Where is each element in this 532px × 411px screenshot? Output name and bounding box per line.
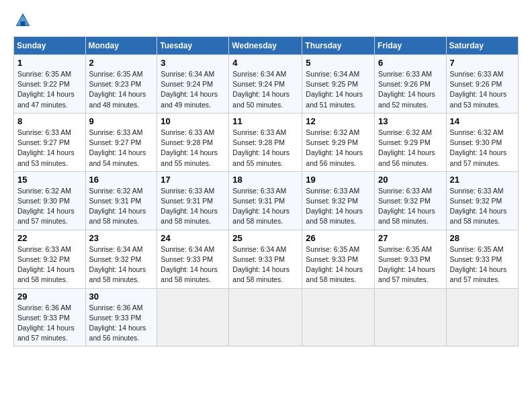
day-number: 25 bbox=[232, 233, 298, 243]
calendar-cell: 2Sunrise: 6:35 AMSunset: 9:23 PMDaylight… bbox=[85, 55, 157, 113]
day-info: Sunrise: 6:36 AMSunset: 9:33 PMDaylight:… bbox=[17, 303, 82, 344]
calendar-cell: 4Sunrise: 6:34 AMSunset: 9:24 PMDaylight… bbox=[229, 55, 302, 113]
calendar-cell: 6Sunrise: 6:33 AMSunset: 9:26 PMDaylight… bbox=[375, 55, 447, 113]
day-number: 3 bbox=[161, 58, 225, 68]
calendar-cell: 18Sunrise: 6:33 AMSunset: 9:31 PMDayligh… bbox=[229, 171, 302, 230]
calendar-cell bbox=[229, 288, 302, 347]
calendar-cell: 1Sunrise: 6:35 AMSunset: 9:22 PMDaylight… bbox=[14, 55, 86, 113]
day-number: 29 bbox=[17, 291, 82, 302]
calendar-cell: 3Sunrise: 6:34 AMSunset: 9:24 PMDaylight… bbox=[157, 55, 229, 113]
day-info: Sunrise: 6:33 AMSunset: 9:27 PMDaylight:… bbox=[89, 128, 154, 169]
day-info: Sunrise: 6:32 AMSunset: 9:30 PMDaylight:… bbox=[17, 186, 82, 227]
day-info: Sunrise: 6:32 AMSunset: 9:29 PMDaylight:… bbox=[306, 128, 371, 169]
calendar-cell: 19Sunrise: 6:33 AMSunset: 9:32 PMDayligh… bbox=[302, 171, 375, 230]
day-number: 6 bbox=[378, 58, 443, 68]
day-number: 7 bbox=[450, 58, 515, 68]
day-info: Sunrise: 6:33 AMSunset: 9:31 PMDaylight:… bbox=[161, 186, 225, 227]
day-number: 13 bbox=[378, 116, 443, 126]
day-info: Sunrise: 6:35 AMSunset: 9:33 PMDaylight:… bbox=[306, 244, 371, 285]
calendar-cell: 25Sunrise: 6:34 AMSunset: 9:33 PMDayligh… bbox=[229, 230, 302, 288]
calendar-cell: 10Sunrise: 6:33 AMSunset: 9:28 PMDayligh… bbox=[157, 113, 229, 171]
day-info: Sunrise: 6:33 AMSunset: 9:27 PMDaylight:… bbox=[17, 128, 82, 169]
day-number: 12 bbox=[306, 116, 371, 126]
calendar-table: SundayMondayTuesdayWednesdayThursdayFrid… bbox=[13, 36, 519, 347]
day-number: 2 bbox=[89, 58, 154, 68]
day-number: 4 bbox=[232, 58, 298, 68]
day-info: Sunrise: 6:33 AMSunset: 9:28 PMDaylight:… bbox=[232, 128, 298, 169]
calendar-cell: 21Sunrise: 6:33 AMSunset: 9:32 PMDayligh… bbox=[446, 171, 518, 230]
day-info: Sunrise: 6:32 AMSunset: 9:31 PMDaylight:… bbox=[89, 186, 154, 227]
day-info: Sunrise: 6:32 AMSunset: 9:29 PMDaylight:… bbox=[378, 128, 443, 169]
week-row-4: 22Sunrise: 6:33 AMSunset: 9:32 PMDayligh… bbox=[14, 230, 519, 288]
day-number: 8 bbox=[17, 116, 82, 126]
weekday-header-monday: Monday bbox=[85, 37, 157, 55]
calendar-cell: 15Sunrise: 6:32 AMSunset: 9:30 PMDayligh… bbox=[14, 171, 86, 230]
day-number: 30 bbox=[89, 291, 154, 302]
day-info: Sunrise: 6:34 AMSunset: 9:33 PMDaylight:… bbox=[161, 244, 225, 285]
calendar-cell: 27Sunrise: 6:35 AMSunset: 9:33 PMDayligh… bbox=[375, 230, 447, 288]
logo bbox=[13, 11, 35, 30]
day-info: Sunrise: 6:34 AMSunset: 9:33 PMDaylight:… bbox=[232, 244, 298, 285]
week-row-1: 1Sunrise: 6:35 AMSunset: 9:22 PMDaylight… bbox=[14, 55, 519, 113]
day-number: 19 bbox=[306, 175, 371, 185]
calendar-cell: 20Sunrise: 6:33 AMSunset: 9:32 PMDayligh… bbox=[375, 171, 447, 230]
day-number: 15 bbox=[17, 175, 82, 185]
day-number: 14 bbox=[450, 116, 515, 126]
day-number: 5 bbox=[306, 58, 371, 68]
calendar-cell: 29Sunrise: 6:36 AMSunset: 9:33 PMDayligh… bbox=[14, 288, 86, 347]
weekday-header-thursday: Thursday bbox=[302, 37, 375, 55]
calendar-cell: 13Sunrise: 6:32 AMSunset: 9:29 PMDayligh… bbox=[375, 113, 447, 171]
day-info: Sunrise: 6:34 AMSunset: 9:24 PMDaylight:… bbox=[232, 69, 298, 110]
day-info: Sunrise: 6:33 AMSunset: 9:32 PMDaylight:… bbox=[306, 186, 371, 227]
header bbox=[13, 11, 519, 30]
week-row-5: 29Sunrise: 6:36 AMSunset: 9:33 PMDayligh… bbox=[14, 288, 519, 347]
day-number: 17 bbox=[161, 175, 225, 185]
weekday-header-row: SundayMondayTuesdayWednesdayThursdayFrid… bbox=[14, 37, 519, 55]
calendar-cell: 28Sunrise: 6:35 AMSunset: 9:33 PMDayligh… bbox=[446, 230, 518, 288]
day-number: 16 bbox=[89, 175, 154, 185]
day-info: Sunrise: 6:33 AMSunset: 9:32 PMDaylight:… bbox=[17, 244, 82, 285]
logo-icon bbox=[13, 11, 32, 30]
calendar-cell: 17Sunrise: 6:33 AMSunset: 9:31 PMDayligh… bbox=[157, 171, 229, 230]
day-info: Sunrise: 6:33 AMSunset: 9:26 PMDaylight:… bbox=[450, 69, 515, 110]
page: SundayMondayTuesdayWednesdayThursdayFrid… bbox=[0, 0, 532, 411]
week-row-3: 15Sunrise: 6:32 AMSunset: 9:30 PMDayligh… bbox=[14, 171, 519, 230]
week-row-2: 8Sunrise: 6:33 AMSunset: 9:27 PMDaylight… bbox=[14, 113, 519, 171]
calendar-cell: 22Sunrise: 6:33 AMSunset: 9:32 PMDayligh… bbox=[14, 230, 86, 288]
day-info: Sunrise: 6:35 AMSunset: 9:33 PMDaylight:… bbox=[450, 244, 515, 285]
weekday-header-friday: Friday bbox=[375, 37, 447, 55]
day-info: Sunrise: 6:36 AMSunset: 9:33 PMDaylight:… bbox=[89, 303, 154, 344]
calendar-cell bbox=[302, 288, 375, 347]
calendar-cell: 26Sunrise: 6:35 AMSunset: 9:33 PMDayligh… bbox=[302, 230, 375, 288]
calendar-cell: 23Sunrise: 6:34 AMSunset: 9:32 PMDayligh… bbox=[85, 230, 157, 288]
day-info: Sunrise: 6:34 AMSunset: 9:32 PMDaylight:… bbox=[89, 244, 154, 285]
day-info: Sunrise: 6:35 AMSunset: 9:22 PMDaylight:… bbox=[17, 69, 82, 110]
day-info: Sunrise: 6:35 AMSunset: 9:33 PMDaylight:… bbox=[378, 244, 443, 285]
day-info: Sunrise: 6:33 AMSunset: 9:26 PMDaylight:… bbox=[378, 69, 443, 110]
weekday-header-tuesday: Tuesday bbox=[157, 37, 229, 55]
day-number: 26 bbox=[306, 233, 371, 243]
day-info: Sunrise: 6:33 AMSunset: 9:32 PMDaylight:… bbox=[378, 186, 443, 227]
day-number: 24 bbox=[161, 233, 225, 243]
weekday-header-saturday: Saturday bbox=[446, 37, 518, 55]
calendar-cell: 8Sunrise: 6:33 AMSunset: 9:27 PMDaylight… bbox=[14, 113, 86, 171]
day-info: Sunrise: 6:35 AMSunset: 9:23 PMDaylight:… bbox=[89, 69, 154, 110]
day-info: Sunrise: 6:34 AMSunset: 9:25 PMDaylight:… bbox=[306, 69, 371, 110]
calendar-cell bbox=[375, 288, 447, 347]
calendar-cell: 12Sunrise: 6:32 AMSunset: 9:29 PMDayligh… bbox=[302, 113, 375, 171]
calendar-cell bbox=[157, 288, 229, 347]
day-number: 23 bbox=[89, 233, 154, 243]
calendar-cell: 7Sunrise: 6:33 AMSunset: 9:26 PMDaylight… bbox=[446, 55, 518, 113]
day-info: Sunrise: 6:33 AMSunset: 9:28 PMDaylight:… bbox=[161, 128, 225, 169]
weekday-header-wednesday: Wednesday bbox=[229, 37, 302, 55]
svg-rect-2 bbox=[21, 21, 26, 26]
day-number: 20 bbox=[378, 175, 443, 185]
day-number: 22 bbox=[17, 233, 82, 243]
day-number: 9 bbox=[89, 116, 154, 126]
calendar-cell bbox=[446, 288, 518, 347]
calendar-cell: 9Sunrise: 6:33 AMSunset: 9:27 PMDaylight… bbox=[85, 113, 157, 171]
day-number: 21 bbox=[450, 175, 515, 185]
calendar-cell: 30Sunrise: 6:36 AMSunset: 9:33 PMDayligh… bbox=[85, 288, 157, 347]
day-info: Sunrise: 6:34 AMSunset: 9:24 PMDaylight:… bbox=[161, 69, 225, 110]
day-number: 28 bbox=[450, 233, 515, 243]
